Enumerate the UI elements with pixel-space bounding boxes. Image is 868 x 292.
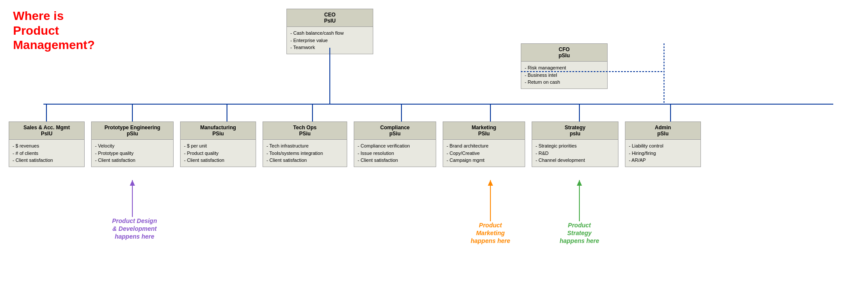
svg-marker-17 [577,180,582,186]
dept-header-admin: AdminpSIu [625,122,700,140]
svg-marker-15 [488,180,493,186]
dept-box-strategy: StrategypsIu - Strategic priorities - R&… [532,121,618,167]
dept-header-compliance: CompliancepSiu [354,122,436,140]
dept-box-prototype: Prototype EngineeringpSIu - Velocity - P… [91,121,174,167]
dept-box-admin: AdminpSIu - Liability control - Hiring/f… [625,121,701,167]
dept-box-marketing: MarketingPSIu - Brand architecture - Cop… [443,121,525,167]
cfo-metrics: - Risk management - Business intel - Ret… [521,62,607,89]
dept-metrics-admin: - Liability control - Hiring/firing - AR… [625,140,700,167]
dept-header-marketing: MarketingPSIu [443,122,525,140]
dept-header-prototype: Prototype EngineeringpSIu [92,122,173,140]
dept-box-manufacturing: ManufacturingPSiu - $ per unit - Product… [180,121,256,167]
dept-metrics-techops: - Tech infrastructure - Tools/systems in… [263,140,347,167]
ceo-box: CEOPsIU - Cash balance/cash flow - Enter… [286,9,373,54]
dept-metrics-compliance: - Compliance verification - Issue resolu… [354,140,436,167]
dept-box-techops: Tech OpsPSiu - Tech infrastructure - Too… [263,121,347,167]
dept-metrics-prototype: - Velocity - Prototype quality - Client … [92,140,173,167]
dept-box-compliance: CompliancepSiu - Compliance verification… [354,121,436,167]
ceo-header: CEOPsIU [287,9,373,27]
page-title: Where is Product Management? [13,9,108,52]
dept-box-sales: Sales & Acc. MgmtPsIU - $ revenues - # o… [9,121,85,167]
annotation-product-strategy: Product Strategy happens here [545,221,614,245]
dept-metrics-strategy: - Strategic priorities - R&D - Channel d… [532,140,618,167]
dept-header-sales: Sales & Acc. MgmtPsIU [9,122,84,140]
cfo-header: CFOpSIu [521,44,607,62]
dept-metrics-sales: - $ revenues - # of clients - Client sat… [9,140,84,167]
svg-marker-13 [130,180,135,186]
annotation-product-marketing: Product Marketing happens here [456,221,525,245]
dept-metrics-manufacturing: - $ per unit - Product quality - Client … [181,140,256,167]
dept-header-manufacturing: ManufacturingPSiu [181,122,256,140]
dept-metrics-marketing: - Brand architecture - Copy/Creative - C… [443,140,525,167]
dept-header-techops: Tech OpsPSiu [263,122,347,140]
ceo-metrics: - Cash balance/cash flow - Enterprise va… [287,27,373,54]
cfo-box: CFOpSIu - Risk management - Business int… [521,43,608,89]
annotation-design-dev: Product Design & Development happens her… [95,217,174,241]
dept-header-strategy: StrategypsIu [532,122,618,140]
